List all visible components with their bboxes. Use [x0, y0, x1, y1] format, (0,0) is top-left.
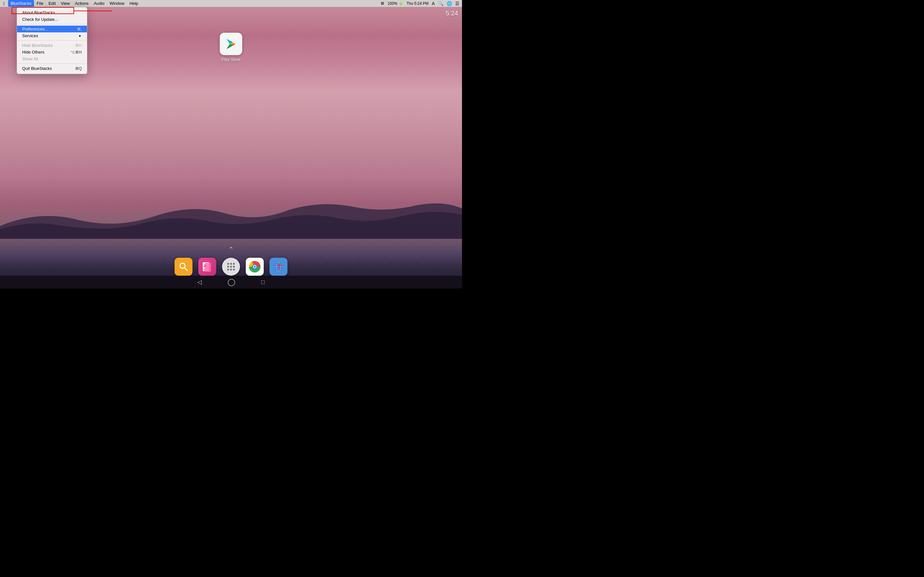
nav-back-button[interactable]: ◁	[197, 279, 202, 285]
dock-chrome-icon[interactable]	[246, 258, 264, 276]
menu-show-all: Show All	[17, 55, 87, 62]
svg-line-5	[184, 268, 187, 271]
menu-file[interactable]: File	[34, 0, 46, 7]
svg-point-14	[230, 266, 232, 268]
list-icon[interactable]: ☰	[455, 1, 459, 6]
siri-icon[interactable]: 🌐	[447, 1, 452, 6]
menu-items-group: BlueStacks File Edit View Actions Audio …	[8, 0, 141, 7]
menu-edit[interactable]: Edit	[46, 0, 58, 7]
svg-point-10	[227, 263, 229, 265]
up-chevron[interactable]: ⌃	[228, 245, 234, 253]
svg-text:A: A	[204, 264, 206, 268]
nav-home-button[interactable]: ◯	[228, 278, 236, 286]
menu-hide-others[interactable]: Hide Others ⌥⌘H	[17, 49, 87, 55]
wifi-icon: ⌘	[381, 1, 384, 6]
menu-section-quit: Quit BlueStacks ⌘Q	[17, 63, 87, 73]
menu-hide-bluestacks: Hide BlueStacks ⌘H	[17, 42, 87, 49]
svg-text:♥: ♥	[204, 268, 205, 271]
mac-menubar:  BlueStacks File Edit View Actions Audi…	[0, 0, 462, 7]
hide-bluestacks-label: Hide BlueStacks	[22, 43, 53, 48]
menu-preferences[interactable]: Preferences... ⌘,	[17, 26, 87, 32]
menu-check-update[interactable]: Check for Update...	[17, 16, 87, 23]
bluestacks-menu-dropdown: About BlueStacks Check for Update... Pre…	[17, 7, 87, 74]
menu-section-hide: Hide BlueStacks ⌘H Hide Others ⌥⌘H Show …	[17, 40, 87, 63]
play-store-icon[interactable]: Play Store	[220, 33, 242, 62]
nav-recent-button[interactable]: □	[261, 279, 265, 285]
apple-logo[interactable]: 	[0, 1, 8, 6]
menu-quit-bluestacks[interactable]: Quit BlueStacks ⌘Q	[17, 65, 87, 72]
dock-solitaire-icon[interactable]: A ♥	[198, 258, 216, 276]
quit-shortcut: ⌘Q	[75, 66, 82, 71]
android-nav-bar: ◁ ◯ □	[0, 276, 462, 288]
mountain-silhouette	[0, 200, 462, 239]
menu-window[interactable]: Window	[107, 0, 127, 7]
quit-label: Quit BlueStacks	[22, 66, 52, 71]
search-icon[interactable]: 🔍	[438, 1, 443, 6]
preferences-shortcut: ⌘,	[77, 27, 82, 31]
hide-others-label: Hide Others	[22, 50, 44, 55]
menubar-right: ⌘ 100% 🔋 Thu 5:24 PM A 🔍 🌐 ☰	[381, 1, 462, 6]
menu-view[interactable]: View	[58, 0, 73, 7]
menu-bluestacks[interactable]: BlueStacks	[8, 0, 34, 7]
hide-bluestacks-shortcut: ⌘H	[75, 43, 82, 48]
play-store-icon-bg	[220, 33, 242, 55]
services-arrow: ►	[79, 34, 82, 37]
dock-apps-icon[interactable]	[222, 258, 240, 276]
svg-point-18	[233, 269, 235, 271]
play-store-svg	[224, 37, 238, 51]
menu-about-bluestacks[interactable]: About BlueStacks	[17, 9, 87, 16]
menu-section-about: About BlueStacks Check for Update...	[17, 9, 87, 23]
menu-section-prefs: Preferences... ⌘, Services ►	[17, 24, 87, 40]
android-time: 5:24	[446, 10, 458, 17]
user-icon: A	[432, 1, 435, 6]
datetime-display: Thu 5:24 PM	[407, 1, 429, 6]
menu-services[interactable]: Services ►	[17, 32, 87, 39]
svg-point-15	[233, 266, 235, 268]
menu-audio[interactable]: Audio	[91, 0, 107, 7]
dock-maps-icon[interactable]	[270, 258, 288, 276]
about-label: About BlueStacks	[22, 10, 55, 15]
menu-actions[interactable]: Actions	[72, 0, 91, 7]
svg-point-17	[230, 269, 232, 271]
svg-point-16	[227, 269, 229, 271]
preferences-label: Preferences...	[22, 27, 48, 31]
play-store-label: Play Store	[221, 57, 241, 62]
services-label: Services	[22, 33, 38, 38]
app-dock: A ♥	[174, 258, 288, 276]
show-all-label: Show All	[22, 56, 38, 61]
hide-others-shortcut: ⌥⌘H	[71, 50, 82, 55]
svg-point-11	[230, 263, 232, 265]
svg-point-13	[227, 266, 229, 268]
svg-point-22	[254, 266, 256, 268]
check-update-label: Check for Update...	[22, 17, 58, 22]
battery-status: 100% 🔋	[388, 1, 403, 6]
svg-point-28	[278, 264, 281, 267]
dock-search-icon[interactable]	[174, 258, 192, 276]
svg-point-12	[233, 263, 235, 265]
menu-help[interactable]: Help	[127, 0, 141, 7]
